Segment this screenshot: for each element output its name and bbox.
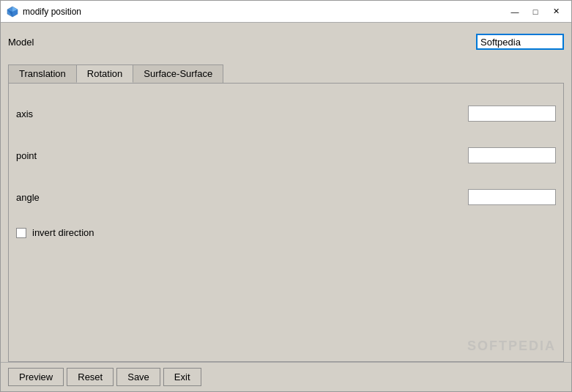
- main-window: modify position — □ ✕ Model Translation …: [0, 0, 572, 392]
- preview-button[interactable]: Preview: [8, 368, 64, 386]
- model-input[interactable]: [476, 34, 564, 50]
- bottom-bar: Preview Reset Save Exit: [1, 362, 571, 391]
- point-label: point: [16, 150, 60, 161]
- watermark: SOFTPEDIA: [467, 339, 556, 354]
- tab-surface-surface[interactable]: Surface-Surface: [133, 64, 223, 83]
- model-input-container: [476, 34, 564, 50]
- model-label: Model: [8, 37, 52, 48]
- minimize-button[interactable]: —: [505, 4, 524, 19]
- maximize-button[interactable]: □: [526, 4, 545, 19]
- window-title: modify position: [23, 7, 505, 17]
- exit-button[interactable]: Exit: [163, 368, 201, 386]
- reset-button[interactable]: Reset: [67, 368, 114, 386]
- axis-row: axis: [16, 91, 556, 133]
- save-button[interactable]: Save: [116, 368, 160, 386]
- axis-input[interactable]: [468, 106, 556, 122]
- tab-rotation[interactable]: Rotation: [76, 64, 133, 83]
- invert-direction-checkbox[interactable]: [16, 228, 26, 238]
- axis-label: axis: [16, 108, 60, 119]
- close-button[interactable]: ✕: [546, 4, 565, 19]
- tabs-container: Translation Rotation Surface-Surface: [8, 64, 564, 83]
- window-controls: — □ ✕: [505, 4, 565, 19]
- invert-direction-label: invert direction: [32, 227, 94, 238]
- point-input[interactable]: [468, 147, 556, 163]
- angle-row: angle: [16, 174, 556, 216]
- app-icon: [7, 6, 18, 18]
- tab-content: axis point angle invert direction SOFTPE…: [8, 83, 564, 362]
- tab-translation[interactable]: Translation: [8, 64, 77, 83]
- invert-direction-row: invert direction: [16, 223, 556, 242]
- title-bar: modify position — □ ✕: [1, 1, 571, 23]
- window-content: Model Translation Rotation Surface-Surfa…: [1, 23, 571, 362]
- model-row: Model: [8, 30, 564, 53]
- angle-label: angle: [16, 192, 60, 203]
- point-row: point: [16, 133, 556, 174]
- angle-input[interactable]: [468, 189, 556, 205]
